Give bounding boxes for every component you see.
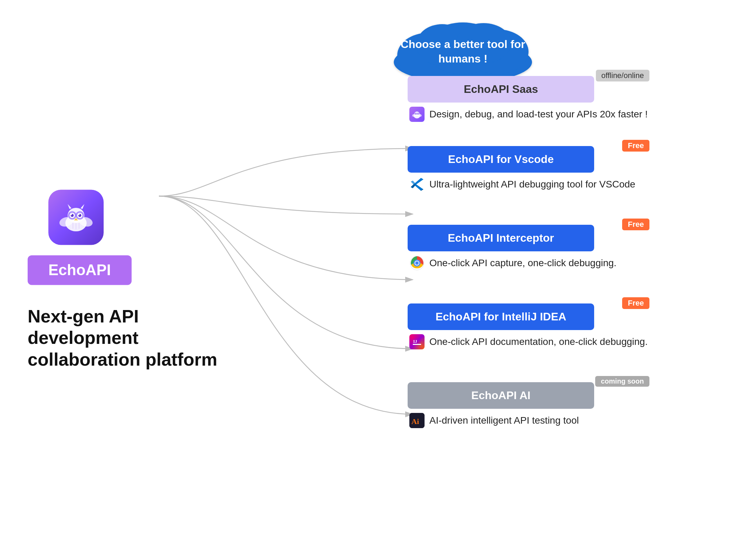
intellij-icon: IJ <box>409 334 425 349</box>
ai-desc-text: AI-driven intelligent API testing tool <box>429 415 579 426</box>
vscode-description: Ultra-lightweight API debugging tool for… <box>408 177 648 192</box>
svg-marker-5 <box>80 204 84 209</box>
echoapi-label: EchoAPI <box>48 261 111 278</box>
svg-marker-4 <box>68 204 72 209</box>
ai-icon: Ai <box>409 413 425 428</box>
saas-desc-text: Design, debug, and load-test your APIs 2… <box>429 109 648 120</box>
product-item-interceptor: Free EchoAPI Interceptor <box>408 225 648 271</box>
product-item-intellij: Free EchoAPI for IntelliJ IDEA <box>408 303 648 349</box>
svg-rect-45 <box>413 344 421 345</box>
interceptor-description: One-click API capture, one-click debuggi… <box>408 255 648 271</box>
echoapi-label-box: EchoAPI <box>28 255 132 285</box>
saas-button[interactable]: EchoAPI Saas <box>408 76 594 103</box>
svg-text:IJ: IJ <box>413 339 417 344</box>
app-icon <box>48 190 104 245</box>
echoapi-mini-icon <box>409 107 425 122</box>
vscode-button[interactable]: EchoAPI for Vscode <box>408 146 594 173</box>
vscode-badge: Free <box>622 140 649 152</box>
intellij-description: IJ One-click API documentation, one-clic… <box>408 334 648 349</box>
svg-point-34 <box>418 113 418 114</box>
interceptor-button[interactable]: EchoAPI Interceptor <box>408 225 594 251</box>
ai-badge: coming soon <box>595 376 649 387</box>
svg-text:Ai: Ai <box>411 417 419 426</box>
ai-button[interactable]: EchoAPI AI <box>408 382 594 409</box>
products-section: offline/online EchoAPI Saas <box>408 76 648 442</box>
svg-point-31 <box>416 113 416 114</box>
svg-point-13 <box>78 214 79 215</box>
product-item-saas: offline/online EchoAPI Saas <box>408 76 648 122</box>
chrome-icon <box>409 255 425 271</box>
svg-point-9 <box>71 214 72 215</box>
product-item-ai: coming soon EchoAPI AI Ai AI-driven inte… <box>408 382 648 428</box>
ai-description: Ai AI-driven intelligent API testing too… <box>408 413 648 428</box>
intellij-button[interactable]: EchoAPI for IntelliJ IDEA <box>408 303 594 330</box>
cloud-text: Choose a better tool for humans ! <box>397 37 529 66</box>
saas-description: Design, debug, and load-test your APIs 2… <box>408 107 648 122</box>
svg-point-43 <box>415 261 419 265</box>
tagline: Next-gen API development collaboration p… <box>28 306 221 370</box>
left-section: EchoAPI Next-gen API development collabo… <box>0 190 225 370</box>
interceptor-desc-text: One-click API capture, one-click debuggi… <box>429 258 617 269</box>
saas-badge: offline/online <box>596 70 649 81</box>
interceptor-badge: Free <box>622 219 649 230</box>
svg-marker-37 <box>411 184 416 188</box>
intellij-desc-text: One-click API documentation, one-click d… <box>429 336 648 347</box>
vscode-icon <box>409 177 425 192</box>
intellij-badge: Free <box>622 297 649 309</box>
main-container: EchoAPI Next-gen API development collabo… <box>0 0 742 560</box>
product-item-vscode: Free EchoAPI for Vscode Ultra-lightweig <box>408 146 648 192</box>
vscode-desc-text: Ultra-lightweight API debugging tool for… <box>429 179 635 190</box>
